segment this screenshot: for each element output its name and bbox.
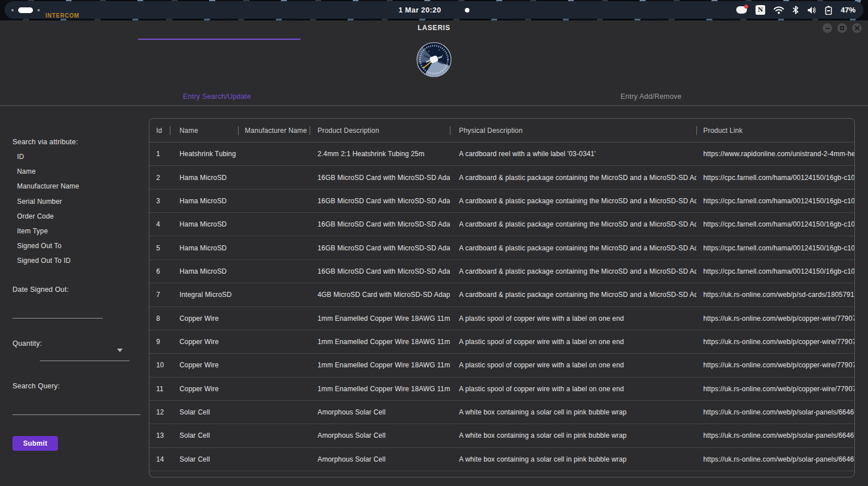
volume-icon[interactable] [807, 6, 816, 14]
table-row[interactable]: 10Copper Wire1mm Enamelled Copper Wire 1… [149, 354, 854, 377]
table-cell [238, 143, 310, 165]
table-row[interactable]: 4Hama MicroSD16GB MicroSD Card with Micr… [149, 213, 854, 236]
tab-entry-search-update[interactable]: Entry Search/Update [0, 88, 434, 105]
table-cell: A cardboard & plastic package containing… [450, 166, 696, 188]
table-cell [238, 378, 310, 400]
table-cell [238, 401, 310, 424]
table-cell: 7 [149, 283, 170, 306]
date-signed-out-label: Date Signed Out: [12, 286, 69, 294]
table-row[interactable]: 7Integral MicroSD4GB MicroSD Card with M… [149, 283, 854, 307]
submit-button[interactable]: Submit [12, 436, 58, 451]
bluetooth-icon[interactable] [792, 6, 799, 14]
table-row[interactable]: 1Heatshrink Tubing2.4mm 2:1 Heatshrink T… [149, 143, 854, 166]
notion-icon[interactable]: N [756, 5, 765, 15]
table-row[interactable]: 8Copper Wire1mm Enamelled Copper Wire 18… [149, 307, 854, 330]
workspace-indicator[interactable] [11, 7, 40, 13]
table-row[interactable]: 14Solar CellAmorphous Solar CellA white … [149, 448, 854, 471]
column-separator [170, 126, 170, 135]
table-cell: https://cpc.farnell.com/hama/00124150/16… [696, 190, 854, 212]
table-cell: 12 [149, 401, 170, 424]
discord-icon[interactable] [736, 6, 747, 14]
table-cell: Integral MicroSD [170, 283, 238, 306]
table-cell: 4GB MicroSD Card with MicroSD-SD Adapter [310, 283, 450, 306]
table-cell: https://uk.rs-online.com/web/p/copper-wi… [696, 354, 854, 376]
table-row[interactable]: 9Copper Wire1mm Enamelled Copper Wire 18… [149, 330, 854, 354]
table-cell: 4 [149, 213, 170, 236]
desktop: INTERCOM 1 Mar 20:20 N [0, 0, 868, 486]
wifi-icon[interactable] [774, 6, 784, 14]
table-cell [238, 236, 310, 259]
search-query-input[interactable] [12, 404, 140, 415]
maximize-button[interactable] [837, 23, 847, 33]
table-cell: A plastic spool of copper wire with a la… [450, 330, 696, 353]
attribute-item-signed-out-to[interactable]: Signed Out To [17, 238, 79, 253]
clock[interactable]: 1 Mar 20:20 [398, 6, 441, 14]
system-tray[interactable]: N [736, 5, 856, 15]
table-cell: Copper Wire [170, 307, 238, 330]
date-signed-out-input[interactable] [12, 307, 103, 319]
quantity-dropdown[interactable] [40, 350, 130, 361]
table-cell: 2.4mm 2:1 Heatshrink Tubing 25m [310, 143, 450, 165]
table-cell: https://cpc.farnell.com/hama/00124150/16… [696, 166, 854, 188]
attribute-item-id[interactable]: ID [17, 149, 79, 164]
tab-entry-add-remove[interactable]: Entry Add/Remove [434, 88, 868, 105]
table-cell: 16GB MicroSD Card with MicroSD-SD Adapte… [310, 236, 450, 259]
table-cell [238, 424, 310, 447]
workspace-dot-right [37, 9, 40, 11]
battery-icon[interactable] [825, 6, 832, 15]
table-cell: 14 [149, 448, 170, 471]
table-cell: 3 [149, 190, 170, 212]
column-header[interactable]: Product Link [696, 119, 854, 142]
table-row[interactable]: 6Hama MicroSD16GB MicroSD Card with Micr… [149, 260, 854, 283]
column-header[interactable]: Physical Description [450, 119, 696, 142]
table-cell [238, 190, 310, 212]
table-row[interactable]: 5Hama MicroSD16GB MicroSD Card with Micr… [149, 236, 854, 259]
laseris-app-window: LASERIS [0, 20, 868, 486]
table-cell: A plastic spool of copper wire with a la… [450, 307, 696, 330]
table-cell [238, 260, 310, 283]
table-row[interactable]: 2Hama MicroSD16GB MicroSD Card with Micr… [149, 166, 854, 189]
table-cell: A cardboard & plastic package containing… [450, 283, 696, 306]
quantity-label: Quantity: [12, 340, 42, 347]
battery-percent: 47% [841, 6, 856, 14]
table-cell: Hama MicroSD [170, 166, 238, 188]
table-cell: 16GB MicroSD Card with MicroSD-SD Adapte… [310, 260, 450, 283]
table-cell: A cardboard & plastic package containing… [450, 213, 696, 236]
table-row[interactable]: 11Copper Wire1mm Enamelled Copper Wire 1… [149, 378, 854, 401]
table-cell: 11 [149, 378, 170, 400]
table-row[interactable]: 13Solar CellAmorphous Solar CellA white … [149, 424, 854, 447]
column-separator [310, 126, 310, 135]
table-cell: A cardboard & plastic package containing… [450, 236, 696, 259]
table-cell: A plastic spool of copper wire with a la… [450, 378, 696, 400]
attribute-item-signed-out-to-id[interactable]: Signed Out To ID [17, 253, 79, 268]
column-header[interactable]: Manufacturer Name [238, 119, 310, 142]
table-cell: Amorphous Solar Cell [310, 401, 450, 424]
column-separator [450, 126, 450, 135]
attribute-item-name[interactable]: Name [17, 164, 79, 179]
attribute-item-order-code[interactable]: Order Code [17, 209, 79, 224]
column-header[interactable]: Name [170, 119, 238, 142]
table-cell: Hama MicroSD [170, 190, 238, 212]
search-attribute-header: Search via attribute: [12, 138, 78, 146]
table-row[interactable]: 12Solar CellAmorphous Solar CellA white … [149, 401, 854, 424]
table-cell: https://cpc.farnell.com/hama/00124150/16… [696, 236, 854, 259]
table-row[interactable]: 3Hama MicroSD16GB MicroSD Card with Micr… [149, 190, 854, 213]
attribute-item-serial-number[interactable]: Serial Number [17, 194, 79, 209]
table-cell: https://uk.rs-online.com/web/p/copper-wi… [696, 378, 854, 400]
column-header[interactable]: Product Description [310, 119, 450, 142]
maximize-icon [840, 26, 844, 30]
column-header[interactable]: Id [149, 119, 170, 142]
table-cell: Solar Cell [170, 424, 238, 447]
table-cell: https://uk.rs-online.com/web/p/solar-pan… [696, 401, 854, 424]
table-cell: Amorphous Solar Cell [310, 448, 450, 471]
window-title-bar[interactable]: LASERIS [0, 20, 868, 36]
close-button[interactable] [852, 23, 862, 33]
recording-dot-icon [465, 8, 470, 12]
chevron-down-icon[interactable] [117, 349, 123, 352]
attribute-item-manufacturer-name[interactable]: Manufacturer Name [17, 179, 79, 194]
table-cell: 16GB MicroSD Card with MicroSD-SD Adapte… [310, 190, 450, 212]
window-title: LASERIS [0, 24, 868, 32]
minimize-button[interactable] [823, 23, 832, 33]
table-cell [238, 307, 310, 330]
attribute-item-item-type[interactable]: Item Type [17, 224, 79, 238]
